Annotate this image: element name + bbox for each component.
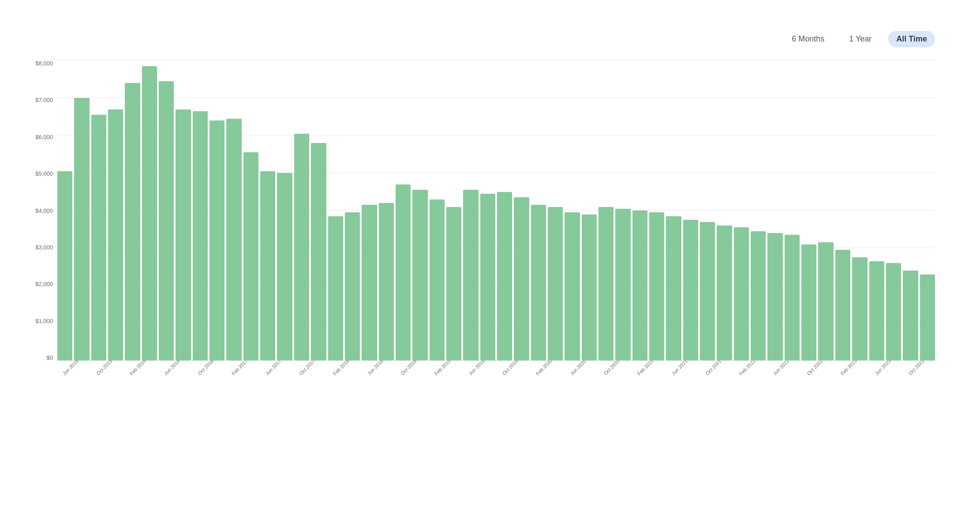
- bar-column: [920, 275, 935, 361]
- bar-column: [159, 81, 174, 361]
- bar[interactable]: [74, 98, 89, 361]
- bar[interactable]: [396, 184, 411, 361]
- bar[interactable]: [311, 143, 326, 361]
- time-filter-6-months[interactable]: 6 Months: [784, 31, 832, 47]
- bar[interactable]: [379, 203, 394, 361]
- bar[interactable]: [294, 134, 309, 361]
- time-filters: 6 Months1 YearAll Time: [784, 31, 935, 47]
- bar[interactable]: [446, 207, 461, 361]
- bar[interactable]: [226, 119, 241, 361]
- bar-column: [903, 271, 918, 361]
- bar[interactable]: [430, 199, 445, 361]
- bar[interactable]: [277, 173, 292, 361]
- bar[interactable]: [193, 111, 208, 361]
- bar[interactable]: [666, 216, 681, 361]
- bar-column: [125, 83, 140, 361]
- bar[interactable]: [785, 235, 800, 361]
- bar[interactable]: [209, 120, 224, 361]
- bar[interactable]: [345, 212, 360, 361]
- chart-area: $0$1,000$2,000$3,000$4,000$5,000$6,000$7…: [26, 60, 935, 399]
- bar[interactable]: [903, 271, 918, 361]
- bar[interactable]: [57, 171, 72, 361]
- bar[interactable]: [260, 171, 275, 361]
- bar[interactable]: [582, 214, 597, 361]
- bar-column: [480, 194, 495, 361]
- bar-column: [531, 205, 546, 361]
- y-axis-label: $5,000: [26, 171, 53, 177]
- bar[interactable]: [108, 109, 123, 361]
- bar-column: [615, 209, 630, 361]
- chart-container: 6 Months1 YearAll Time $0$1,000$2,000$3,…: [18, 18, 944, 408]
- bar-column: [412, 190, 427, 361]
- time-filter-all-time[interactable]: All Time: [888, 31, 935, 47]
- bar-column: [514, 197, 529, 361]
- bar[interactable]: [615, 209, 630, 361]
- bar[interactable]: [767, 233, 782, 361]
- bar[interactable]: [125, 83, 140, 361]
- bar-column: [260, 171, 275, 361]
- bar[interactable]: [142, 66, 157, 361]
- bar-column: [176, 109, 191, 361]
- bar[interactable]: [243, 152, 258, 361]
- bar[interactable]: [159, 81, 174, 361]
- chart-header: 6 Months1 YearAll Time: [26, 31, 935, 47]
- bar-column: [751, 231, 766, 361]
- bar-column: [108, 109, 123, 361]
- bar-column: [582, 214, 597, 361]
- bar-column: [91, 115, 106, 361]
- bar[interactable]: [734, 227, 749, 361]
- bar[interactable]: [683, 220, 698, 361]
- bar[interactable]: [176, 109, 191, 361]
- bar[interactable]: [412, 190, 427, 361]
- bar-column: [683, 220, 698, 361]
- bar-column: [345, 212, 360, 361]
- bar-column: [57, 171, 72, 361]
- bar[interactable]: [869, 261, 884, 361]
- bar[interactable]: [548, 207, 563, 361]
- y-axis-label: $2,000: [26, 281, 53, 287]
- bar-column: [396, 184, 411, 361]
- bar-column: [818, 242, 833, 361]
- bar-column: [785, 235, 800, 361]
- bar-column: [74, 98, 89, 361]
- y-axis-label: $1,000: [26, 318, 53, 324]
- bar[interactable]: [598, 207, 613, 361]
- bar[interactable]: [565, 212, 580, 361]
- bar[interactable]: [818, 242, 833, 361]
- bar-column: [446, 207, 461, 361]
- bar[interactable]: [649, 212, 664, 361]
- bar[interactable]: [91, 115, 106, 361]
- y-axis-label: $8,000: [26, 60, 53, 66]
- bar[interactable]: [632, 211, 647, 361]
- bar-column: [717, 226, 732, 361]
- bar-column: [801, 244, 816, 361]
- bar-column: [328, 216, 343, 361]
- bar[interactable]: [886, 263, 901, 361]
- bar[interactable]: [497, 192, 512, 361]
- bar-column: [598, 207, 613, 361]
- bar-column: [869, 261, 884, 361]
- bar[interactable]: [717, 226, 732, 361]
- bar[interactable]: [835, 250, 850, 361]
- bar[interactable]: [531, 205, 546, 361]
- bar[interactable]: [920, 275, 935, 361]
- bar-column: [649, 212, 664, 361]
- bar-column: [886, 263, 901, 361]
- time-filter-1-year[interactable]: 1 Year: [841, 31, 879, 47]
- bar-column: [362, 205, 377, 361]
- bar[interactable]: [480, 194, 495, 361]
- bar-column: [632, 211, 647, 361]
- bar[interactable]: [700, 222, 715, 361]
- bar[interactable]: [514, 197, 529, 361]
- bar[interactable]: [751, 231, 766, 361]
- bar[interactable]: [852, 257, 867, 361]
- bar[interactable]: [362, 205, 377, 361]
- bar-column: [379, 203, 394, 361]
- bar[interactable]: [328, 216, 343, 361]
- bar-column: [463, 190, 478, 361]
- bar[interactable]: [801, 244, 816, 361]
- bar-column: [294, 134, 309, 361]
- y-axis-label: $6,000: [26, 134, 53, 140]
- bar[interactable]: [463, 190, 478, 361]
- bar-column: [142, 66, 157, 361]
